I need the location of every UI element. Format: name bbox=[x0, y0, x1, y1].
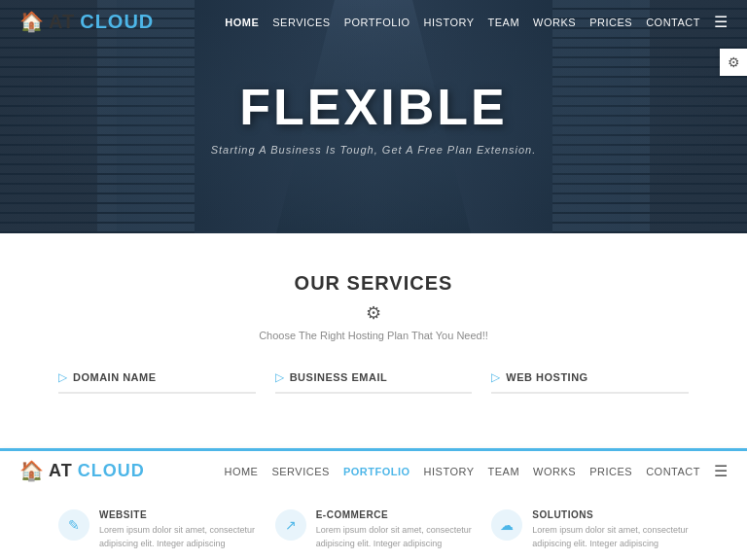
service-name-hosting: WEB HOSTING bbox=[506, 371, 587, 383]
sticky-navbar: 🏠 AT CLOUD HOME SERVICES PORTFOLIO HISTO… bbox=[0, 448, 747, 490]
nav-contact[interactable]: CONTACT bbox=[646, 17, 700, 28]
nav-services[interactable]: SERVICES bbox=[272, 17, 330, 28]
sticky-nav-portfolio[interactable]: PORTFOLIO bbox=[343, 466, 410, 477]
logo-icon: 🏠 bbox=[19, 10, 44, 33]
hero-subtitle: Starting A Business Is Tough, Get A Free… bbox=[211, 144, 537, 156]
services-subtitle: Choose The Right Hosting Plan That You N… bbox=[58, 330, 689, 341]
service-arrow-3: ▷ bbox=[491, 370, 500, 384]
service-solutions-icon: ☁ bbox=[491, 509, 522, 541]
service-ecommerce-icon: ↗ bbox=[275, 509, 306, 541]
sticky-nav-contact[interactable]: CONTACT bbox=[646, 466, 700, 477]
sticky-nav-history[interactable]: HISTORY bbox=[424, 466, 475, 477]
services-section: OUR SERVICES ⚙ Choose The Right Hosting … bbox=[0, 233, 747, 448]
service-solutions-name: SOLUTIONS bbox=[532, 509, 689, 520]
service-ecommerce-desc: Lorem ipsum dolor sit amet, consectetur … bbox=[316, 524, 473, 550]
brand-at: AT bbox=[49, 11, 75, 33]
nav-home[interactable]: HOME bbox=[225, 17, 259, 28]
sticky-brand-cloud: CLOUD bbox=[78, 461, 145, 481]
service-arrow-2: ▷ bbox=[275, 370, 284, 384]
services-row2: ✎ WEBSITE Lorem ipsum dolor sit amet, co… bbox=[0, 490, 747, 560]
settings-icon: ⚙ bbox=[728, 54, 740, 70]
services-row1: ▷ DOMAIN NAME ▷ BUSINESS EMAIL ▷ WEB HOS… bbox=[58, 370, 689, 400]
sticky-hamburger-icon[interactable]: ☰ bbox=[714, 463, 728, 479]
service-website-name: WEBSITE bbox=[99, 509, 256, 520]
nav-portfolio[interactable]: PORTFOLIO bbox=[344, 17, 410, 28]
nav-works[interactable]: WORKS bbox=[533, 17, 576, 28]
nav-history[interactable]: HISTORY bbox=[424, 17, 475, 28]
sticky-nav-home[interactable]: HOME bbox=[224, 466, 258, 477]
nav-team[interactable]: TEAM bbox=[488, 17, 520, 28]
brand-cloud: CLOUD bbox=[80, 11, 154, 33]
top-nav: HOME SERVICES PORTFOLIO HISTORY TEAM WOR… bbox=[225, 13, 728, 31]
service-website: ✎ WEBSITE Lorem ipsum dolor sit amet, co… bbox=[58, 509, 256, 550]
service-solutions-desc: Lorem ipsum dolor sit amet, consectetur … bbox=[532, 524, 689, 550]
service-name-email: BUSINESS EMAIL bbox=[290, 371, 388, 383]
settings-button[interactable]: ⚙ bbox=[720, 49, 747, 76]
sticky-brand-at: AT bbox=[49, 461, 73, 481]
logo[interactable]: 🏠 AT CLOUD bbox=[19, 10, 154, 33]
hamburger-icon[interactable]: ☰ bbox=[714, 14, 728, 30]
sticky-logo[interactable]: 🏠 AT CLOUD bbox=[19, 459, 145, 482]
sticky-nav-works[interactable]: WORKS bbox=[533, 466, 576, 477]
services-title: OUR SERVICES bbox=[58, 272, 689, 295]
service-name-domain: DOMAIN NAME bbox=[73, 371, 157, 383]
service-arrow-1: ▷ bbox=[58, 370, 67, 384]
sticky-nav-links: HOME SERVICES PORTFOLIO HISTORY TEAM WOR… bbox=[224, 462, 728, 480]
services-icon: ⚙ bbox=[58, 302, 689, 324]
service-domain: ▷ DOMAIN NAME bbox=[58, 370, 256, 400]
nav-prices[interactable]: PRICES bbox=[589, 17, 632, 28]
service-website-desc: Lorem ipsum dolor sit amet, consectetur … bbox=[99, 524, 256, 550]
hero-title: FLEXIBLE bbox=[239, 78, 507, 136]
service-solutions: ☁ SOLUTIONS Lorem ipsum dolor sit amet, … bbox=[491, 509, 689, 550]
service-ecommerce-name: E-COMMERCE bbox=[316, 509, 473, 520]
service-hosting: ▷ WEB HOSTING bbox=[491, 370, 689, 400]
sticky-logo-icon: 🏠 bbox=[19, 459, 44, 482]
sticky-nav-services[interactable]: SERVICES bbox=[271, 466, 329, 477]
sticky-nav-team[interactable]: TEAM bbox=[488, 466, 520, 477]
service-ecommerce: ↗ E-COMMERCE Lorem ipsum dolor sit amet,… bbox=[275, 509, 473, 550]
sticky-nav-prices[interactable]: PRICES bbox=[589, 466, 632, 477]
service-website-icon: ✎ bbox=[58, 509, 89, 541]
service-email: ▷ BUSINESS EMAIL bbox=[275, 370, 473, 400]
